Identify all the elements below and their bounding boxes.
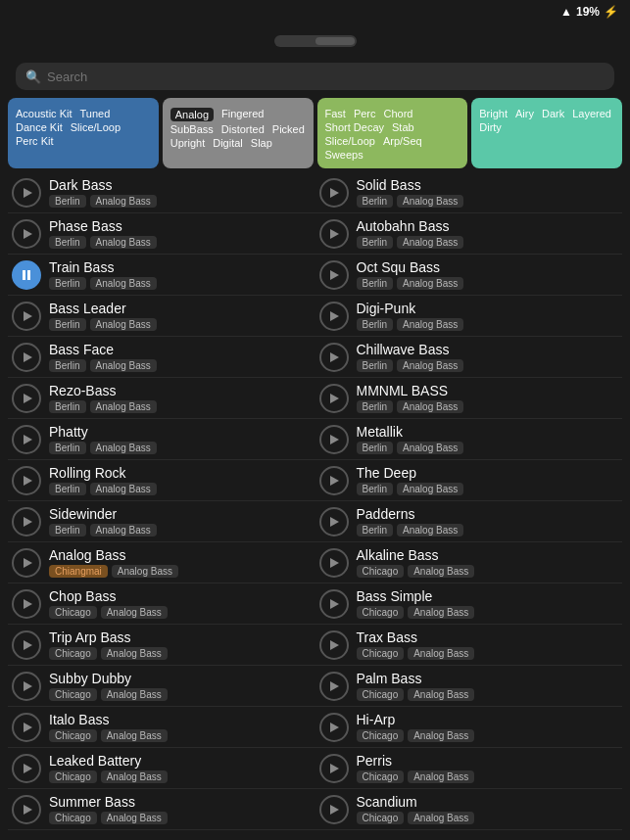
play-button[interactable]: [319, 589, 349, 619]
play-button[interactable]: [12, 219, 41, 249]
search-input[interactable]: [47, 70, 605, 84]
list-item[interactable]: PhattyBerlinAnalog Bass: [8, 419, 315, 460]
cat-item-layered[interactable]: Layered: [572, 108, 611, 119]
cat-item-perc[interactable]: Perc Kit: [16, 135, 54, 147]
cat-synth[interactable]: Fast Perc Chord Short Decay Stab Slice/L…: [317, 98, 468, 168]
search-tab[interactable]: [315, 37, 355, 45]
play-button[interactable]: [319, 795, 349, 824]
list-item[interactable]: Digi-PunkBerlinAnalog Bass: [315, 296, 623, 337]
list-item[interactable]: PerrisChicagoAnalog Bass: [315, 748, 623, 789]
cat-item-upright[interactable]: Upright: [170, 137, 205, 149]
play-button[interactable]: [12, 672, 41, 701]
play-button[interactable]: [12, 466, 41, 495]
cat-item-acoustic[interactable]: Acoustic Kit: [16, 108, 72, 119]
play-button[interactable]: [319, 343, 349, 372]
cat-item-slap[interactable]: Slap: [251, 137, 272, 149]
cat-item-perc[interactable]: Perc: [354, 108, 376, 119]
play-button[interactable]: [319, 754, 349, 783]
play-button[interactable]: [319, 672, 349, 701]
cat-item-subbass[interactable]: SubBass: [170, 123, 214, 135]
play-button[interactable]: [319, 507, 349, 537]
play-button[interactable]: [319, 384, 349, 413]
list-item[interactable]: The DeepBerlinAnalog Bass: [315, 460, 623, 501]
play-button[interactable]: [319, 302, 349, 331]
play-button[interactable]: [319, 425, 349, 454]
list-item[interactable]: Bass FaceBerlinAnalog Bass: [8, 337, 315, 378]
list-item[interactable]: Phase BassBerlinAnalog Bass: [8, 213, 315, 255]
list-item[interactable]: Leaked BatteryChicagoAnalog Bass: [8, 748, 315, 789]
play-button[interactable]: [319, 466, 349, 495]
cat-item-tuned[interactable]: Tuned: [79, 108, 110, 119]
play-button[interactable]: [12, 713, 41, 742]
list-item[interactable]: Trip Arp BassChicagoAnalog Bass: [8, 625, 315, 666]
list-item[interactable]: Trax BassChicagoAnalog Bass: [315, 625, 623, 666]
list-item[interactable]: Solid BassBerlinAnalog Bass: [315, 172, 623, 213]
play-button[interactable]: [319, 178, 349, 208]
cat-item-chord[interactable]: Chord: [384, 108, 413, 119]
cat-item-stab[interactable]: Stab: [392, 121, 414, 133]
cat-synthpad[interactable]: Bright Airy Dark Layered Dirty: [471, 98, 622, 168]
list-item[interactable]: Alkaline BassChicagoAnalog Bass: [315, 542, 623, 583]
cat-item-arpseq[interactable]: Arp/Seq: [383, 135, 422, 147]
play-button[interactable]: [12, 548, 41, 578]
list-item[interactable]: Summer BassChicagoAnalog Bass: [8, 789, 315, 830]
play-button[interactable]: [319, 548, 349, 578]
play-button[interactable]: [12, 260, 41, 290]
list-item[interactable]: Hi-ArpChicagoAnalog Bass: [315, 707, 623, 748]
seg-control[interactable]: [274, 35, 357, 47]
list-item[interactable]: Rezo-BassBerlinAnalog Bass: [8, 378, 315, 419]
cat-item-sliceloop2[interactable]: Slice/Loop: [325, 135, 375, 147]
play-button[interactable]: [319, 260, 349, 290]
cat-item-fingered[interactable]: Fingered: [221, 108, 264, 121]
play-button[interactable]: [12, 425, 41, 454]
list-item[interactable]: MetallikBerlinAnalog Bass: [315, 419, 623, 460]
list-item[interactable]: Subby DubbyChicagoAnalog Bass: [8, 666, 315, 707]
list-item[interactable]: Chop BassChicagoAnalog Bass: [8, 583, 315, 625]
cat-item-fast[interactable]: Fast: [325, 108, 346, 119]
play-button[interactable]: [12, 630, 41, 660]
list-item[interactable]: Dark BassBerlinAnalog Bass: [8, 172, 315, 213]
play-button[interactable]: [319, 219, 349, 249]
play-button[interactable]: [12, 795, 41, 824]
play-button[interactable]: [319, 630, 349, 660]
cat-item-digital[interactable]: Digital: [213, 137, 243, 149]
cat-item-sliceloop[interactable]: Slice/Loop: [71, 121, 121, 133]
cat-item-shortdecay[interactable]: Short Decay: [325, 121, 385, 133]
list-item[interactable]: Palm BassChicagoAnalog Bass: [315, 666, 623, 707]
close-button[interactable]: [595, 29, 618, 53]
play-button[interactable]: [12, 178, 41, 208]
cat-item-dark[interactable]: Dark: [542, 108, 564, 119]
list-item[interactable]: SidewinderBerlinAnalog Bass: [8, 501, 315, 542]
preset-name: Rolling Rock: [49, 465, 312, 481]
play-button[interactable]: [319, 713, 349, 742]
list-item[interactable]: Analog BassChiangmaiAnalog Bass: [8, 542, 315, 583]
play-button[interactable]: [12, 754, 41, 783]
list-item[interactable]: Train BassBerlinAnalog Bass: [8, 255, 315, 296]
play-button[interactable]: [12, 343, 41, 372]
play-button[interactable]: [12, 589, 41, 619]
play-button[interactable]: [12, 302, 41, 331]
play-button[interactable]: [12, 384, 41, 413]
cat-item-dirty[interactable]: Dirty: [479, 121, 502, 133]
cat-item-dance[interactable]: Dance Kit: [16, 121, 63, 133]
cat-bass[interactable]: Analog Fingered SubBass Distorted Picked…: [163, 98, 314, 168]
cat-item-picked[interactable]: Picked: [272, 123, 305, 135]
cat-item-airy[interactable]: Airy: [515, 108, 534, 119]
list-item[interactable]: Bass SimpleChicagoAnalog Bass: [315, 583, 623, 625]
list-item[interactable]: Oct Squ BassBerlinAnalog Bass: [315, 255, 623, 296]
list-item[interactable]: MMNML BASSBerlinAnalog Bass: [315, 378, 623, 419]
list-item[interactable]: Rolling RockBerlinAnalog Bass: [8, 460, 315, 501]
list-item[interactable]: PaddernsBerlinAnalog Bass: [315, 501, 623, 542]
list-item[interactable]: Autobahn BassBerlinAnalog Bass: [315, 213, 623, 255]
play-button[interactable]: [12, 507, 41, 537]
list-item[interactable]: Chillwave BassBerlinAnalog Bass: [315, 337, 623, 378]
list-item[interactable]: ScandiumChicagoAnalog Bass: [315, 789, 623, 830]
cat-item-bright[interactable]: Bright: [479, 108, 508, 119]
list-item[interactable]: Bass LeaderBerlinAnalog Bass: [8, 296, 315, 337]
cat-item-distorted[interactable]: Distorted: [221, 123, 265, 135]
cat-item-analog[interactable]: Analog: [170, 108, 214, 121]
cat-item-sweeps[interactable]: Sweeps: [325, 149, 363, 161]
list-item[interactable]: Italo BassChicagoAnalog Bass: [8, 707, 315, 748]
cat-drumperc[interactable]: Acoustic Kit Tuned Dance Kit Slice/Loop …: [8, 98, 159, 168]
list-tab[interactable]: [276, 37, 315, 45]
